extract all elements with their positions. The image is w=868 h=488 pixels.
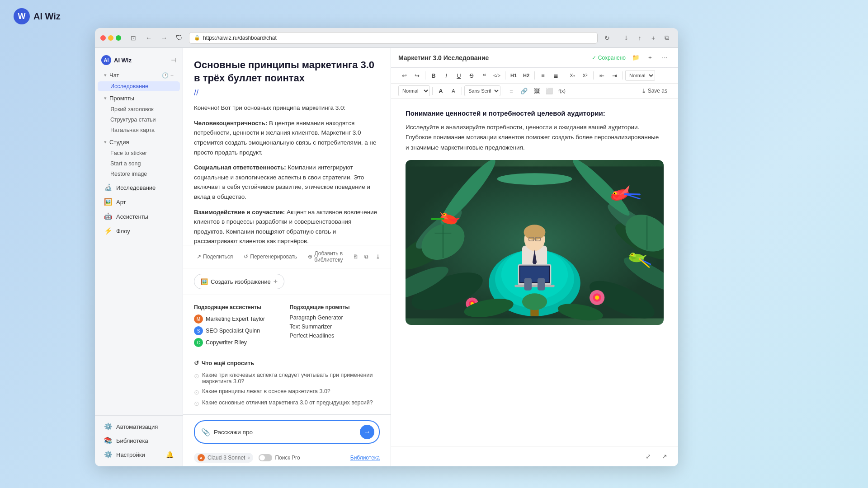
indent-less-button[interactable]: ⇤ xyxy=(596,70,608,81)
send-button[interactable]: → xyxy=(360,425,374,439)
automation-label: Автоматизация xyxy=(116,423,158,430)
search-pro-toggle[interactable]: Поиск Pro xyxy=(259,454,300,461)
maximize-button[interactable] xyxy=(116,35,121,41)
sidebar-collapse-button[interactable]: ⊣ xyxy=(171,56,176,64)
chat-panel: Основные принципы маркетинга 3.0в трёх б… xyxy=(183,48,391,466)
automation-icon: ⚙️ xyxy=(104,422,113,431)
sidebar-section-prompts-header[interactable]: ▾ Промпты xyxy=(98,93,180,104)
sidebar-section-studio-header[interactable]: ▾ Студия xyxy=(98,136,180,148)
ask-more-item-2[interactable]: ⊙ Какие принципы лежат в основе маркетин… xyxy=(194,386,380,398)
toggle-switch[interactable] xyxy=(259,454,272,461)
normal-select[interactable]: Normal xyxy=(625,70,655,81)
sidebar-section-chat-header[interactable]: ▾ Чат 🕐 + xyxy=(98,70,180,81)
sidebar-item-assistants[interactable]: 🤖 Ассистенты xyxy=(98,210,180,223)
sidebar-item-flow[interactable]: ⚡ Флоу xyxy=(98,224,180,238)
table-button[interactable]: ⬜ xyxy=(543,85,555,97)
sidebar-item-settings[interactable]: ⚙️ Настройки 🔔 xyxy=(98,448,180,461)
regenerate-button[interactable]: ↺ Перегенерировать xyxy=(241,252,300,261)
sidebar-item-research-nav[interactable]: 🔬 Исследование xyxy=(98,181,180,194)
share-button[interactable]: ↑ xyxy=(634,32,646,44)
sidebar-item-automation[interactable]: ⚙️ Автоматизация xyxy=(98,420,180,433)
font-size-up-button[interactable]: A xyxy=(435,85,447,97)
h1-button[interactable]: H1 xyxy=(508,70,519,81)
close-button[interactable] xyxy=(100,35,106,41)
download-button[interactable]: ⤓ xyxy=(620,32,632,44)
library-link[interactable]: Библиотека xyxy=(350,455,380,461)
sidebar-toggle-button[interactable]: ⊡ xyxy=(127,32,139,44)
external-link-button[interactable]: ↗ xyxy=(658,450,671,463)
attach-icon[interactable]: 📎 xyxy=(201,428,210,436)
chat-add-icon[interactable]: + xyxy=(170,72,174,79)
subscript-button[interactable]: X₂ xyxy=(566,70,578,81)
svg-rect-33 xyxy=(538,278,545,291)
toggle-knob xyxy=(259,455,265,460)
suggestion-assistant-quinn[interactable]: S SEO Specialist Quinn xyxy=(194,325,284,337)
ask-more-item-1[interactable]: ⊙ Какие три ключевых аспекта следует учи… xyxy=(194,370,380,386)
back-button[interactable]: ← xyxy=(143,32,155,44)
sidebar-item-restore-image[interactable]: Restore image xyxy=(98,169,180,179)
h2-button[interactable]: H2 xyxy=(520,70,532,81)
font-size-down-button[interactable]: A xyxy=(448,85,459,97)
prompt-text-summarizer[interactable]: Text Summarizer xyxy=(290,322,380,331)
superscript-button[interactable]: X² xyxy=(579,70,591,81)
save-as-button[interactable]: ⤓ Save as xyxy=(638,86,671,95)
refresh-button[interactable]: ↻ xyxy=(601,32,613,44)
share-button[interactable]: ↗ Поделиться xyxy=(194,252,236,261)
suggestion-assistant-riley[interactable]: C Copywriter Riley xyxy=(194,337,284,348)
ask-more-icon-1: ⊙ xyxy=(194,372,199,380)
undo-button[interactable]: ↩ xyxy=(398,70,410,81)
library-icon: 📚 xyxy=(104,436,113,445)
prompts-section-icon: ▾ xyxy=(104,95,107,101)
italic-button[interactable]: I xyxy=(440,70,452,81)
underline-button[interactable]: U xyxy=(453,70,465,81)
chat-input[interactable] xyxy=(214,429,356,436)
duplicate-button[interactable]: ⧉ xyxy=(362,252,371,261)
export-button[interactable]: ⤓ xyxy=(373,252,383,261)
prompt-paragraph-generator[interactable]: Paragraph Generator xyxy=(290,313,380,322)
chat-clock-icon[interactable]: 🕐 xyxy=(162,72,169,79)
doc-more-button[interactable]: ⋯ xyxy=(658,52,671,64)
copy-button[interactable]: ⎘ xyxy=(351,252,360,261)
model-name: Claud-3 Sonnet xyxy=(208,455,245,461)
tabs-button[interactable]: ⧉ xyxy=(661,32,673,44)
strikethrough-button[interactable]: S xyxy=(466,70,477,81)
link-button[interactable]: 🔗 xyxy=(518,85,530,97)
forward-button[interactable]: → xyxy=(158,32,170,44)
formula-button[interactable]: f(x) xyxy=(556,85,568,97)
toolbar-sep-2 xyxy=(505,71,505,80)
sidebar-item-library[interactable]: 📚 Библиотека xyxy=(98,434,180,447)
new-tab-button[interactable]: + xyxy=(647,32,659,44)
expand-button[interactable]: ⤢ xyxy=(642,450,655,463)
chat-intro: Конечно! Вот три основных принципа марке… xyxy=(194,103,380,113)
ask-more-item-3[interactable]: ⊙ Какие основные отличия маркетинга 3.0 … xyxy=(194,398,380,409)
code-button[interactable]: </> xyxy=(491,70,503,81)
quote-button[interactable]: ❝ xyxy=(478,70,490,81)
sidebar-item-face-sticker[interactable]: Face to sticker xyxy=(98,148,180,158)
doc-add-button[interactable]: + xyxy=(644,52,656,64)
bold-button[interactable]: B xyxy=(428,70,439,81)
sidebar-item-art[interactable]: 🖼️ Арт xyxy=(98,195,180,209)
toolbar-sep-5 xyxy=(593,71,594,80)
sidebar-item-start-song[interactable]: Start a song xyxy=(98,159,180,169)
address-bar[interactable]: 🔒 https://aiwiz.ru/dashboard/chat xyxy=(189,32,598,44)
numbered-list-button[interactable]: ≣ xyxy=(550,70,561,81)
font-select[interactable]: Sans Serif xyxy=(464,85,500,96)
indent-more-button[interactable]: ⇥ xyxy=(609,70,620,81)
sidebar-item-bright-headline[interactable]: Яркий заголовок xyxy=(98,104,180,114)
sidebar-item-research[interactable]: Исследование xyxy=(98,81,180,91)
redo-button[interactable]: ↪ xyxy=(411,70,423,81)
minimize-button[interactable] xyxy=(108,35,113,41)
suggestion-assistant-taylor[interactable]: M Marketing Expert Taylor xyxy=(194,313,284,325)
sidebar-item-natal-map[interactable]: Натальная карта xyxy=(98,125,180,135)
doc-folder-button[interactable]: 📁 xyxy=(629,52,642,64)
sidebar-section-prompts-title: Промпты xyxy=(109,95,174,102)
create-image-button[interactable]: 🖼️ Создать изображение + xyxy=(194,274,284,289)
model-selector[interactable]: A Claud-3 Sonnet › xyxy=(194,453,253,463)
normal-select-2[interactable]: Normal xyxy=(398,85,430,96)
image-button[interactable]: 🖼 xyxy=(531,85,542,97)
prompt-perfect-headlines[interactable]: Perfect Headlines xyxy=(290,331,380,340)
bullet-list-button[interactable]: ≡ xyxy=(537,70,549,81)
add-to-library-button[interactable]: ⊕ Добавить в библиотеку xyxy=(305,249,345,264)
sidebar-item-article-structure[interactable]: Структура статьи xyxy=(98,115,180,125)
align-button[interactable]: ≡ xyxy=(505,85,517,97)
